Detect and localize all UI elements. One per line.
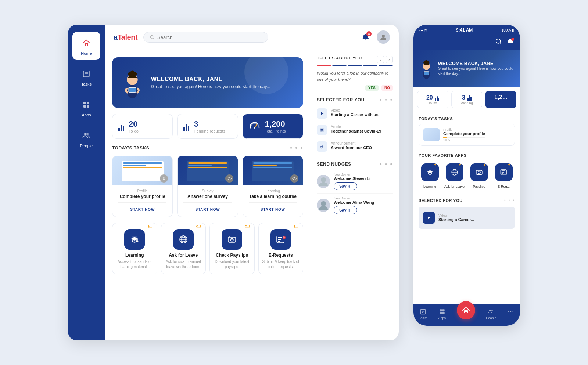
task-progress-profile	[118, 202, 166, 203]
video-icon	[317, 108, 327, 119]
mobile-selected-section: SELECTED FOR YOU • • • Video Starting a …	[413, 194, 520, 232]
sidebar-item-apps[interactable]: Apps	[72, 94, 100, 122]
svg-rect-56	[442, 312, 445, 314]
search-input[interactable]	[157, 35, 262, 40]
mobile-welcome-sub: Great to see you again! Here is how you …	[438, 66, 514, 76]
content-item-video[interactable]: Video Starting a Career with us	[317, 105, 393, 122]
sidebar-label-tasks: Tasks	[81, 82, 92, 86]
mobile-mockup: ▪▪▪ ≋ 9:41 AM 100% ▮	[413, 25, 520, 326]
payslips-icon-wrap	[222, 229, 242, 250]
sidebar-item-tasks[interactable]: Tasks	[72, 63, 100, 91]
mobile-nav-more[interactable]: ...	[507, 308, 514, 320]
mobile-nav-home[interactable]	[457, 301, 475, 319]
sidebar-item-people[interactable]: People	[72, 124, 100, 152]
mobile-ereq-icon: ▼	[495, 163, 513, 181]
mobile-nav-more-label: ...	[509, 316, 512, 320]
mobile-search-icon[interactable]	[495, 38, 502, 45]
app-erequests[interactable]: 🏷 E-Requests Submit & keep trac	[258, 223, 304, 274]
sidebar-item-home[interactable]: Home	[72, 32, 100, 60]
selected-menu-button[interactable]: • • •	[380, 97, 393, 103]
prev-arrow[interactable]: ‹	[377, 56, 384, 63]
leave-icon-wrap	[173, 229, 194, 250]
next-arrow[interactable]: ›	[386, 56, 393, 63]
article-icon	[317, 125, 327, 135]
say-hi-alina-button[interactable]: Say Hi	[334, 206, 357, 214]
erequests-icon	[275, 234, 286, 245]
svg-point-60	[491, 310, 493, 311]
mobile-graduation-icon	[426, 168, 434, 177]
app-learning[interactable]: 🏷 Learning A	[112, 223, 157, 274]
tell-us-nav: ‹ ›	[377, 56, 393, 63]
start-learning-button[interactable]: START NOW	[261, 207, 285, 212]
mobile-preview-text: Video Starting a Career...	[438, 214, 474, 222]
mobile-stat-pending: 3 Pending	[451, 91, 483, 108]
gear-badge: ⚙	[160, 174, 168, 182]
tell-us-header: TELL US ABOUT YOU ‹ ›	[317, 56, 393, 63]
mobile-app-label-ereq: E-Req...	[498, 185, 510, 188]
svg-point-8	[86, 133, 89, 135]
learning-badge: </>	[290, 174, 298, 182]
search-bar[interactable]	[143, 32, 268, 43]
nudges-menu-button[interactable]: • • •	[380, 161, 393, 167]
content-item-announcement[interactable]: Announcement A word from our CEO	[317, 138, 393, 155]
mobile-app-learning[interactable]: ▼ Learning	[419, 163, 441, 189]
say-hi-steven-button[interactable]: Say Hi	[334, 182, 357, 190]
answer-no[interactable]: NO	[381, 85, 393, 91]
svg-rect-16	[129, 88, 136, 92]
app-header: aTalent 8	[105, 25, 399, 50]
mobile-video-icon	[423, 212, 435, 224]
svg-rect-6	[87, 105, 89, 108]
app-payslips[interactable]: 🏷 Check Payslips Download your	[209, 223, 255, 274]
task-progress-survey	[183, 202, 232, 203]
mobile-nav-tasks[interactable]: Tasks	[419, 308, 427, 320]
task-cat-profile: Profile	[112, 189, 172, 193]
mobile-selected-menu[interactable]: • • •	[504, 198, 515, 203]
todo-chart-icon	[118, 121, 124, 131]
steven-info: New Joiner Welcome Steven Li Say Hi	[334, 173, 370, 190]
stat-pending: 3 Pending requests	[177, 114, 238, 139]
code-badge: </>	[225, 174, 233, 182]
svg-rect-5	[83, 105, 86, 108]
mobile-apps-grid: ▼ Learning ▼ Ask for Lea	[413, 163, 520, 194]
start-profile-button[interactable]: START NOW	[130, 207, 155, 212]
mobile-app-payslips[interactable]: ▼ Payslips	[468, 163, 490, 189]
svg-rect-3	[83, 102, 86, 104]
mobile-nav-apps[interactable]: Apps	[438, 308, 446, 320]
tell-us-section: TELL US ABOUT YOU ‹ ›	[317, 56, 393, 91]
body-content: WELCOME BACK, JANE Great to see you agai…	[105, 50, 399, 340]
user-avatar[interactable]	[377, 30, 390, 44]
svg-point-59	[489, 310, 491, 311]
mobile-app-ereq[interactable]: ▼ E-Req...	[492, 163, 515, 189]
mobile-selected-title: SELECTED FOR YOU	[419, 198, 463, 203]
erequests-bookmark: 🏷	[293, 223, 298, 229]
tasks-menu-button[interactable]: • • •	[290, 145, 303, 151]
answer-yes[interactable]: YES	[365, 85, 379, 91]
mobile-leave-icon: ▼	[446, 163, 463, 181]
mobile-todo-num: 20	[426, 94, 433, 101]
start-survey-button[interactable]: START NOW	[195, 207, 220, 212]
mobile-notification-button[interactable]	[507, 38, 514, 47]
survey-screen	[187, 161, 229, 181]
step-3	[348, 65, 362, 66]
mobile-payslips-icon: ▼	[470, 163, 488, 181]
selected-for-you-section: SELECTED FOR YOU • • • Video	[317, 97, 393, 155]
task-cat-learning: Learning	[243, 189, 303, 193]
notification-button[interactable]: 8	[359, 30, 372, 44]
mobile-app-leave[interactable]: ▼ Ask for Leave	[443, 163, 466, 189]
video-name: Starting a Career with us	[331, 112, 379, 117]
signal-icon: ▪▪▪ ≋	[419, 28, 427, 32]
article-text: Article Together against Covid-19	[331, 125, 381, 133]
mobile-apps-title: YOUR FAVORITE APPS	[419, 153, 515, 158]
stat-pending-text: 3 Pending requests	[194, 119, 225, 133]
alina-name: Welcome Alina Wang	[334, 200, 374, 205]
announcement-type: Announcement	[331, 141, 372, 145]
header-right: 8	[359, 30, 390, 44]
content-item-article[interactable]: Article Together against Covid-19	[317, 122, 393, 138]
mobile-nav-people[interactable]: People	[486, 308, 496, 320]
avatar-icon	[379, 33, 388, 41]
welcome-greeting: WELCOME BACK, JANE	[151, 76, 270, 83]
mobile-pending-num: 3	[462, 94, 465, 101]
money-icon	[226, 234, 237, 245]
app-leave[interactable]: 🏷 Ask for Leave	[161, 223, 206, 274]
svg-point-18	[254, 127, 255, 129]
